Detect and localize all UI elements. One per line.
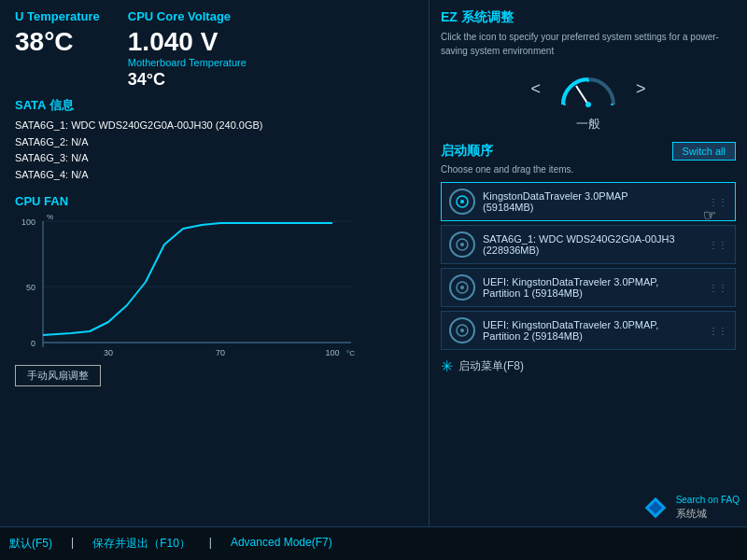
right-panel: EZ 系统调整 Click the icon to specify your p…: [430, 0, 747, 560]
separator-2: |: [209, 536, 212, 552]
boot-item-3[interactable]: UEFI: KingstonDataTraveler 3.0PMAP,Parti…: [441, 268, 736, 307]
watermark-area: Search on FAQ 系统城: [641, 493, 740, 523]
svg-text:100: 100: [21, 217, 35, 227]
cpu-voltage-value: 1.040 V: [128, 27, 247, 57]
sata-item-4: SATA6G_4: N/A: [15, 167, 414, 184]
sata-item-1: SATA6G_1: WDC WDS240G2G0A-00JH30 (240.0G…: [15, 118, 414, 134]
svg-text:%: %: [47, 213, 53, 221]
ez-prev-button[interactable]: <: [530, 79, 541, 99]
cpu-temp-value: 38°C: [15, 27, 100, 57]
svg-text:°C: °C: [346, 349, 355, 357]
mb-temp-value: 34°C: [128, 70, 247, 90]
ez-mode-label: 一般: [441, 116, 736, 133]
boot-menu-label: 启动菜单(F8): [458, 358, 524, 374]
boot-disk-icon-4: [449, 317, 475, 343]
ez-next-button[interactable]: >: [636, 79, 646, 99]
mb-temp-label: Motherboard Temperature: [128, 57, 247, 68]
sata-label-2: SATA6G_2:: [15, 136, 71, 147]
svg-text:50: 50: [26, 283, 35, 292]
xitong-text: Search on FAQ 系统城: [676, 494, 740, 521]
ez-gauge-row: < >: [441, 65, 736, 112]
default-label: 默认(F5): [9, 537, 52, 550]
cpu-voltage-section: CPU Core Voltage 1.040 V Motherboard Tem…: [128, 9, 247, 90]
boot-header: 启动顺序 Switch all: [441, 142, 736, 161]
bottom-bar-left: 默认(F5) | 保存并退出（F10） | Advanced Mode(F7): [9, 536, 332, 552]
left-panel: U Temperature 38°C CPU Core Voltage 1.04…: [0, 0, 430, 560]
cpu-voltage-label: CPU Core Voltage: [128, 9, 247, 23]
advanced-mode-button[interactable]: Advanced Mode(F7): [231, 536, 332, 552]
svg-point-23: [460, 286, 464, 289]
boot-disk-icon-1: [449, 189, 475, 215]
boot-disk-icon-3: [449, 274, 475, 301]
cpu-temp-section: U Temperature 38°C: [15, 9, 100, 57]
default-button[interactable]: 默认(F5): [9, 536, 52, 552]
sata-label-1: SATA6G_1:: [15, 119, 71, 131]
boot-description: Choose one and drag the items.: [441, 164, 736, 175]
sata-title: SATA 信息: [15, 97, 414, 114]
boot-drag-handle-2: ⋮⋮: [709, 240, 727, 250]
fan-section: CPU FAN 100 50 0 30 70: [15, 194, 414, 386]
boot-drag-handle-1: ⋮⋮: [709, 197, 727, 207]
boot-item-text-2: SATA6G_1: WDC WDS240G2G0A-00JH3(228936MB…: [483, 233, 705, 256]
switch-all-button[interactable]: Switch all: [672, 142, 736, 161]
fan-title: CPU FAN: [15, 194, 414, 208]
save-exit-button[interactable]: 保存并退出（F10）: [92, 536, 190, 552]
cursor-icon: ☞: [703, 206, 716, 224]
boot-item-text-4: UEFI: KingstonDataTraveler 3.0PMAP,Parti…: [483, 319, 705, 342]
sata-section: SATA 信息 SATA6G_1: WDC WDS240G2G0A-00JH30…: [15, 97, 414, 183]
boot-menu-section: ✳ 启动菜单(F8): [441, 357, 736, 375]
main-container: U Temperature 38°C CPU Core Voltage 1.04…: [0, 0, 747, 560]
boot-item-4[interactable]: UEFI: KingstonDataTraveler 3.0PMAP,Parti…: [441, 311, 736, 350]
separator-1: |: [71, 536, 74, 552]
svg-point-25: [460, 329, 464, 332]
svg-point-19: [460, 200, 464, 203]
ez-gauge-icon: [556, 65, 621, 112]
sata-value-1: WDC WDS240G2G0A-00JH30 (240.0GB): [71, 119, 262, 131]
advanced-mode-label: Advanced Mode(F7): [231, 536, 332, 549]
ez-title: EZ 系统调整: [441, 9, 736, 26]
boot-disk-icon-2: [449, 231, 475, 258]
fan-chart: 100 50 0 30 70 100 % °C: [15, 212, 370, 361]
svg-text:70: 70: [216, 348, 225, 357]
sata-label-3: SATA6G_3:: [15, 152, 71, 163]
cpu-temp-label: U Temperature: [15, 9, 100, 23]
boot-title: 启动顺序: [441, 143, 493, 160]
svg-text:30: 30: [104, 348, 113, 357]
logo-diamond: [641, 493, 670, 523]
boot-item-1[interactable]: KingstonDataTraveler 3.0PMAP(59184MB) ⋮⋮…: [441, 182, 736, 221]
sata-item-2: SATA6G_2: N/A: [15, 134, 414, 151]
boot-drag-handle-3: ⋮⋮: [709, 283, 727, 293]
svg-point-14: [585, 102, 591, 107]
sata-value-2: N/A: [71, 136, 88, 147]
ez-section: EZ 系统调整 Click the icon to specify your p…: [441, 9, 736, 133]
boot-item-text-3: UEFI: KingstonDataTraveler 3.0PMAP,Parti…: [483, 276, 705, 299]
boot-section: 启动顺序 Switch all Choose one and drag the …: [441, 142, 736, 551]
boot-menu-icon: ✳: [441, 357, 453, 375]
svg-text:100: 100: [325, 348, 339, 357]
sata-item-3: SATA6G_3: N/A: [15, 150, 414, 167]
svg-text:0: 0: [31, 339, 35, 348]
svg-point-21: [460, 243, 464, 246]
temperature-row: U Temperature 38°C CPU Core Voltage 1.04…: [15, 9, 414, 90]
site-name: 系统城: [676, 507, 740, 521]
boot-drag-handle-4: ⋮⋮: [709, 326, 727, 336]
fan-manual-button[interactable]: 手动风扇调整: [15, 365, 101, 386]
search-faq-label: Search on FAQ: [676, 494, 740, 507]
boot-item-text-1: KingstonDataTraveler 3.0PMAP(59184MB): [483, 190, 705, 213]
bottom-bar: 默认(F5) | 保存并退出（F10） | Advanced Mode(F7): [0, 526, 747, 560]
sata-value-4: N/A: [71, 169, 88, 180]
boot-item-2[interactable]: SATA6G_1: WDC WDS240G2G0A-00JH3(228936MB…: [441, 225, 736, 264]
ez-description: Click the icon to specify your preferred…: [441, 30, 736, 58]
sata-value-3: N/A: [71, 152, 88, 163]
save-exit-label: 保存并退出（F10）: [92, 537, 190, 550]
svg-line-13: [576, 86, 588, 105]
sata-label-4: SATA6G_4:: [15, 169, 71, 180]
